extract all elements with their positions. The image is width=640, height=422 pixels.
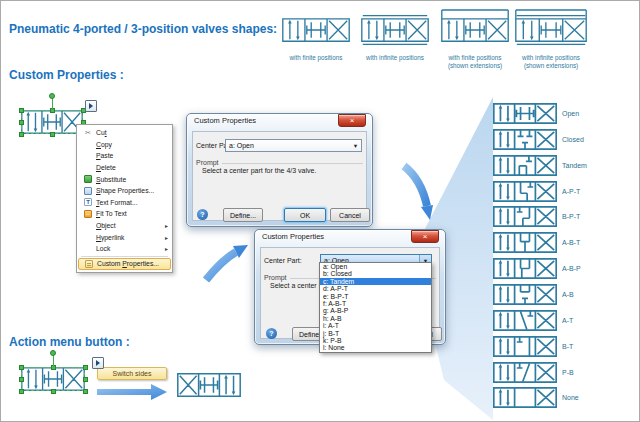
menu-item-substitute[interactable]: Substitute: [78, 173, 171, 185]
valve-symbol: [493, 181, 557, 202]
menu-item-custom-properties[interactable]: Custom Properties...: [78, 258, 171, 271]
play-icon: [89, 103, 93, 109]
dropdown-option[interactable]: i: A-T: [320, 322, 431, 329]
menu-item-shape-properties[interactable]: Shape Properties...: [78, 185, 171, 197]
center-part-label: Center Part:: [264, 257, 302, 264]
prompt-group: Prompt: [196, 159, 363, 166]
context-menu: ✂CutCopyPasteDeleteSubstituteShape Prope…: [76, 124, 173, 273]
selection-handle[interactable]: [19, 108, 24, 113]
menu-item-paste[interactable]: Paste: [78, 150, 171, 162]
dropdown-option[interactable]: b: Closed: [320, 270, 431, 277]
action-menu-button[interactable]: [85, 100, 97, 112]
figure-caption: with finite positions: [271, 54, 361, 62]
define-button[interactable]: Define...: [223, 208, 263, 222]
valve-option-row: A-B: [493, 284, 574, 305]
right-arrow-icon: [97, 384, 167, 400]
valve-symbol: [493, 129, 557, 150]
selection-handle[interactable]: [19, 377, 24, 382]
selection-handle[interactable]: [83, 389, 88, 394]
heading-valve-shapes: Pneumatic 4-ported / 3-position valves s…: [9, 22, 277, 36]
selected-valve-shape[interactable]: [21, 367, 85, 391]
rotation-handle[interactable]: [50, 350, 56, 356]
valve-option-label: None: [562, 394, 579, 401]
fit-to-text-icon: ⇔: [80, 210, 96, 218]
help-icon[interactable]: ?: [197, 209, 208, 220]
selection-handle[interactable]: [19, 120, 24, 125]
valve-option-label: B-P-T: [562, 213, 580, 220]
center-part-dropdown[interactable]: a: Open ▼: [225, 139, 362, 152]
valve-option-label: A-T: [562, 317, 573, 324]
selection-handle[interactable]: [83, 377, 88, 382]
dropdown-option[interactable]: l: None: [320, 344, 431, 351]
valve-symbol: [493, 232, 557, 253]
ok-button[interactable]: OK: [284, 208, 326, 222]
valve-option-label: B-T: [562, 343, 573, 350]
selection-handle[interactable]: [83, 365, 88, 370]
valve-symbol: [515, 9, 587, 49]
dropdown-option[interactable]: f: A-B-T: [320, 300, 431, 307]
valve-option-label: A-B-T: [562, 239, 580, 246]
cancel-button[interactable]: Cancel: [330, 208, 370, 222]
valve-option-row: A-B-T: [493, 232, 580, 253]
switch-sides-button[interactable]: Switch sides: [97, 367, 167, 380]
dialog-body: Center Part: a: Open ▼ Prompt Select a c…: [192, 131, 367, 221]
heading-action-menu: Action menu button :: [9, 335, 130, 349]
dropdown-option[interactable]: d: A-P-T: [320, 285, 431, 292]
menu-item-lock[interactable]: Lock▸: [78, 243, 171, 255]
close-icon[interactable]: ×: [411, 230, 439, 243]
substitute-icon: [80, 175, 96, 183]
rotation-handle[interactable]: [49, 93, 55, 99]
submenu-arrow-icon: ▸: [165, 222, 168, 229]
selection-handle[interactable]: [19, 365, 24, 370]
curved-arrow-menu-to-dialog-icon: [206, 245, 248, 280]
valve-symbol: [493, 284, 557, 305]
rotation-stem: [53, 355, 54, 367]
menu-item-fit-to-text[interactable]: ⇔Fit To Text: [78, 208, 171, 220]
menu-item-hyperlink[interactable]: Hyperlink▸: [78, 231, 171, 243]
selection-outline: [21, 367, 85, 391]
valve-option-row: P-B: [493, 362, 574, 383]
dropdown-option[interactable]: c: Tandem: [320, 278, 431, 285]
valve-option-row: A-T: [493, 310, 573, 331]
menu-item-delete[interactable]: Delete: [78, 162, 171, 174]
close-icon[interactable]: ×: [338, 114, 366, 127]
valve-figure: with finite positions: [271, 9, 361, 62]
dialog-title: Custom Properties: [194, 116, 256, 125]
valve-figure: with infinite positions(shown extensions…: [506, 9, 596, 69]
menu-item-object[interactable]: Object▸: [78, 220, 171, 232]
text-format-icon: T: [80, 198, 96, 206]
valve-symbol: [493, 258, 557, 279]
valve-option-row: Open: [493, 103, 579, 124]
selection-outline: [21, 110, 83, 134]
action-menu-button[interactable]: [92, 357, 104, 369]
valve-option-row: A-B-P: [493, 258, 581, 279]
dropdown-option[interactable]: h: A-B: [320, 315, 431, 322]
dropdown-option[interactable]: j: B-T: [320, 330, 431, 337]
valve-symbol: [493, 310, 557, 331]
valve-symbol: [441, 9, 509, 49]
menu-item-cut[interactable]: ✂Cut: [78, 127, 171, 139]
dropdown-option[interactable]: a: Open: [320, 263, 431, 270]
submenu-arrow-icon: ▸: [165, 234, 168, 241]
valve-option-label: Closed: [562, 136, 584, 143]
dropdown-option[interactable]: k: P-B: [320, 337, 431, 344]
selection-handle[interactable]: [50, 132, 55, 137]
dropdown-option[interactable]: g: A-B-P: [320, 307, 431, 314]
switched-valve-shape: [177, 373, 241, 397]
valve-symbol: [493, 362, 557, 383]
valve-option-label: A-P-T: [562, 188, 580, 195]
valve-symbol: [493, 336, 557, 357]
selection-handle[interactable]: [19, 132, 24, 137]
menu-separator: [81, 256, 168, 257]
selection-handle[interactable]: [19, 389, 24, 394]
dropdown-option[interactable]: e: B-P-T: [320, 293, 431, 300]
selection-handle[interactable]: [51, 389, 56, 394]
menu-item-text-format[interactable]: TText Format...: [78, 197, 171, 209]
prompt-text: Select a center part for the 4/3 valve.: [202, 167, 363, 174]
selected-valve-shape[interactable]: [21, 110, 83, 134]
menu-item-copy[interactable]: Copy: [78, 139, 171, 151]
help-icon[interactable]: ?: [266, 328, 277, 339]
screenshot-root: Pneumatic 4-ported / 3-position valves s…: [0, 0, 640, 422]
valve-option-row: A-P-T: [493, 181, 580, 202]
valve-symbol: [493, 103, 557, 124]
